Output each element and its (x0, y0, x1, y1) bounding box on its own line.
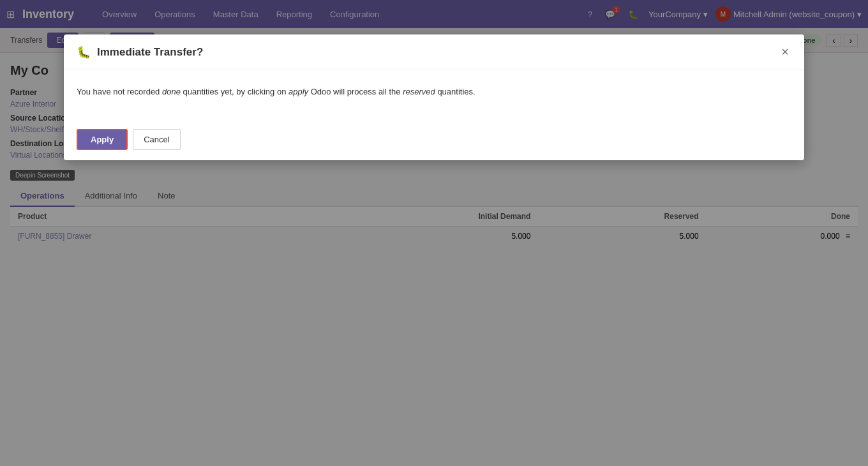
modal-text-post: Odoo will process all the (308, 87, 403, 96)
modal-reserved-text: reserved (403, 87, 435, 96)
modal-text-pre: You have not recorded (77, 87, 162, 96)
modal-close-button[interactable]: × (779, 45, 791, 59)
modal-header: 🐛 Immediate Transfer? × (64, 34, 804, 70)
modal-bug-icon: 🐛 (77, 45, 91, 59)
cancel-button[interactable]: Cancel (133, 129, 180, 150)
modal-apply-text: apply (288, 87, 308, 96)
immediate-transfer-modal: 🐛 Immediate Transfer? × You have not rec… (64, 34, 804, 160)
modal-done-text: done (162, 87, 181, 96)
modal-title: Immediate Transfer? (97, 46, 779, 59)
apply-button[interactable]: Apply (77, 129, 128, 150)
modal-text-end: quantities. (435, 87, 475, 96)
modal-text-mid: quantities yet, by clicking on (181, 87, 288, 96)
modal-overlay[interactable]: 🐛 Immediate Transfer? × You have not rec… (0, 0, 868, 466)
modal-body: You have not recorded done quantities ye… (64, 70, 804, 121)
modal-footer: Apply Cancel (64, 121, 804, 160)
